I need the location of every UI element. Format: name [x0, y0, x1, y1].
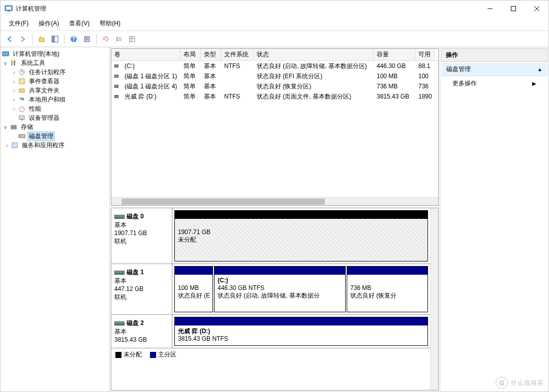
volume-header[interactable]: 卷 布局 类型 文件系统 状态 容量 可用 — [111, 49, 438, 61]
menu-action[interactable]: 操作(A) — [34, 17, 64, 30]
titlebar: 计算机管理 — [1, 1, 548, 17]
menu-view[interactable]: 查看(V) — [64, 17, 95, 30]
volume-list[interactable]: 卷 布局 类型 文件系统 状态 容量 可用 (C:) 简单 基本 NTFS 状态… — [111, 48, 439, 206]
col-volume[interactable]: 卷 — [111, 49, 180, 60]
svg-rect-1 — [6, 7, 11, 10]
svg-rect-37 — [21, 119, 23, 120]
disk-row[interactable]: 磁盘 0 基本 1907.71 GB 联机 1907.71 GB未分配 — [111, 208, 430, 264]
tree-users[interactable]: ›本地用户和组 — [2, 95, 108, 104]
svg-rect-25 — [11, 60, 13, 66]
volume-icon — [114, 85, 118, 88]
disk-label: 磁盘 2 基本 3815.43 GB — [111, 315, 172, 348]
chevron-right-icon: ▶ — [532, 81, 536, 86]
properties-button[interactable] — [81, 33, 93, 45]
svg-rect-2 — [8, 11, 10, 12]
svg-rect-17 — [116, 40, 118, 41]
tree-systools[interactable]: ∨系统工具 — [2, 58, 108, 68]
forward-button[interactable] — [17, 33, 29, 45]
legend-swatch-unalloc — [115, 352, 121, 358]
svg-rect-36 — [19, 116, 24, 119]
refresh-button[interactable] — [100, 33, 112, 45]
tree-storage[interactable]: ∨存储 — [2, 122, 108, 132]
partition-unallocated[interactable]: 1907.71 GB未分配 — [174, 210, 428, 262]
legend: 未分配 主分区 — [111, 348, 430, 361]
actions-selection[interactable]: 磁盘管理 ▲ — [441, 63, 547, 76]
menu-file[interactable]: 文件(F) — [4, 17, 34, 30]
disk-label: 磁盘 0 基本 1907.71 GB 联机 — [111, 208, 172, 264]
disk-row[interactable]: 磁盘 2 基本 3815.43 GB 光威 弈 (D:)3815.43 GB N… — [111, 315, 430, 348]
help-button[interactable]: ? — [68, 33, 80, 45]
col-free[interactable]: 可用 — [415, 49, 435, 60]
legend-swatch-primary — [150, 352, 156, 358]
disk-icon — [114, 215, 125, 219]
volume-row[interactable]: (C:) 简单 基本 NTFS 状态良好 (启动, 故障转储, 基本数据分区) … — [111, 61, 438, 71]
maximize-button[interactable] — [502, 1, 525, 17]
tree-eventviewer[interactable]: ›事件查看器 — [2, 77, 108, 86]
tree-services[interactable]: ›服务和应用程序 — [2, 141, 108, 150]
svg-rect-39 — [11, 127, 16, 129]
detail-button[interactable] — [126, 33, 138, 45]
minimize-button[interactable] — [478, 1, 502, 17]
up-button[interactable] — [36, 33, 48, 45]
toolbar: ? — [1, 31, 548, 47]
volume-icon — [114, 95, 118, 98]
app-icon — [5, 5, 13, 13]
svg-rect-8 — [52, 36, 54, 42]
disk-map: 磁盘 0 基本 1907.71 GB 联机 1907.71 GB未分配 — [111, 208, 439, 390]
svg-rect-4 — [511, 7, 516, 11]
volume-icon — [114, 75, 118, 78]
svg-text:?: ? — [72, 36, 75, 43]
tree-scheduler[interactable]: ›任务计划程序 — [2, 68, 108, 77]
svg-rect-16 — [116, 39, 118, 40]
svg-point-33 — [22, 98, 24, 101]
h-scrollbar[interactable] — [111, 197, 438, 205]
collapse-icon: ▲ — [537, 67, 542, 72]
svg-rect-30 — [19, 79, 24, 84]
center-pane: 卷 布局 类型 文件系统 状态 容量 可用 (C:) 简单 基本 NTFS 状态… — [110, 47, 440, 391]
svg-rect-7 — [39, 38, 44, 42]
disk-row[interactable]: 磁盘 1 基本 447.12 GB 联机 100 MB状态良好 (E (C:)4… — [111, 264, 430, 315]
col-fs[interactable]: 文件系统 — [221, 49, 254, 60]
window-title: 计算机管理 — [16, 5, 478, 13]
col-type[interactable]: 类型 — [201, 49, 221, 60]
tree-root[interactable]: 计算机管理(本地) — [2, 49, 108, 58]
actions-more[interactable]: 更多操作 ▶ — [440, 76, 548, 91]
close-button[interactable] — [525, 1, 548, 17]
tree-pane[interactable]: 计算机管理(本地) ∨系统工具 ›任务计划程序 ›事件查看器 ›共享文件夹 ›本… — [1, 47, 110, 391]
partition-primary[interactable]: (C:)446.30 GB NTFS状态良好 (启动, 故障转储, 基本数据分 — [214, 266, 346, 312]
partition-primary[interactable]: 光威 弈 (D:)3815.43 GB NTFS — [174, 317, 428, 346]
tree-shared[interactable]: ›共享文件夹 — [2, 86, 108, 95]
svg-rect-42 — [12, 143, 17, 148]
svg-rect-40 — [19, 135, 25, 138]
volume-row[interactable]: (磁盘 1 磁盘分区 4) 简单 基本 状态良好 (恢复分区) 736 MB 7… — [111, 81, 438, 91]
svg-rect-31 — [19, 89, 24, 92]
volume-icon — [114, 64, 118, 68]
v-scrollbar[interactable] — [430, 208, 438, 390]
svg-rect-15 — [116, 37, 118, 38]
volume-row[interactable]: (磁盘 1 磁盘分区 1) 简单 基本 状态良好 (EFI 系统分区) 100 … — [111, 71, 438, 81]
col-status[interactable]: 状态 — [254, 49, 374, 60]
tree-diskmgmt[interactable]: 磁盘管理 — [2, 132, 108, 141]
col-capacity[interactable]: 容量 — [374, 49, 415, 60]
actions-header: 操作 — [441, 48, 547, 62]
menubar: 文件(F) 操作(A) 查看(V) 帮助(H) — [1, 17, 548, 31]
actions-pane: 操作 磁盘管理 ▲ 更多操作 ▶ — [440, 47, 548, 391]
partition-primary[interactable]: 736 MB状态良好 (恢复分 — [347, 266, 428, 312]
back-button[interactable] — [4, 33, 16, 45]
svg-point-41 — [20, 136, 21, 137]
tree-perf[interactable]: ›性能 — [2, 104, 108, 113]
svg-rect-21 — [130, 37, 135, 42]
show-hide-tree-button[interactable] — [49, 33, 61, 45]
tree-devmgr[interactable]: 设备管理器 — [2, 113, 108, 122]
svg-rect-24 — [3, 52, 9, 56]
svg-rect-12 — [84, 37, 89, 42]
disk-icon — [114, 271, 125, 275]
svg-rect-26 — [14, 60, 15, 66]
volume-row[interactable]: 光威 弈 (D:) 简单 基本 NTFS 状态良好 (页面文件, 基本数据分区)… — [111, 91, 438, 102]
disk-icon — [114, 321, 125, 325]
list-button[interactable] — [113, 33, 125, 45]
menu-help[interactable]: 帮助(H) — [95, 17, 126, 30]
col-layout[interactable]: 布局 — [180, 49, 201, 60]
disk-label: 磁盘 1 基本 447.12 GB 联机 — [111, 264, 172, 314]
partition-primary[interactable]: 100 MB状态良好 (E — [174, 266, 213, 312]
